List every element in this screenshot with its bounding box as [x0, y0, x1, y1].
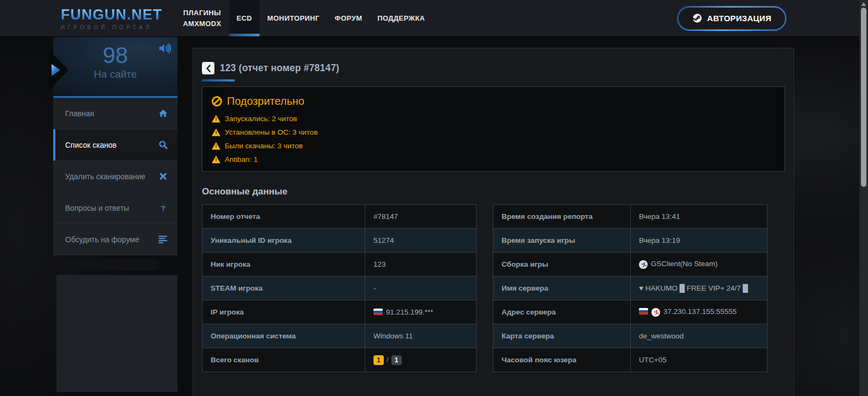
- badge-separator: /: [387, 356, 389, 364]
- volume-icon[interactable]: [158, 42, 171, 54]
- warning-line: Antiban: 1: [212, 155, 775, 164]
- nav-item-plugins-amxmodx[interactable]: ПЛАГИНЫAMXMODX: [175, 0, 229, 36]
- chevron-left-icon: [206, 65, 211, 72]
- nav-item-label: AMXMODX: [183, 18, 221, 29]
- section-title: Основные данные: [202, 186, 785, 197]
- sidebar-item-delete-scan[interactable]: Удалить сканирование: [53, 161, 178, 192]
- sidebar-item-label: Список сканов: [65, 141, 117, 149]
- scroll-up-arrow-icon[interactable]: [861, 2, 866, 6]
- player-data-table: Номер отчета#78147Уникальный ID игрока51…: [202, 204, 477, 372]
- sidebar-item-home[interactable]: Главная: [53, 98, 178, 129]
- site-logo[interactable]: FUNGUN.NET ИГРОВОЙ ПОРТАЛ: [61, 0, 162, 36]
- nav-item-monitoring[interactable]: МОНИТОРИНГ: [259, 0, 327, 36]
- row-value: Вчера 13:41: [631, 205, 768, 229]
- table-row: Время создания репортаВчера 13:41: [493, 205, 768, 229]
- page-title: 123 (отчет номер #78147): [220, 62, 339, 74]
- nav-item-ecd[interactable]: ECD: [229, 0, 260, 36]
- verdict-title-row: Подозрительно: [212, 95, 775, 108]
- row-value: UTC+05: [631, 348, 768, 372]
- warning-line: Запускались: 2 читов: [212, 114, 775, 123]
- table-row: Часовой пояс юзераUTC+05: [493, 348, 768, 372]
- row-label: IP игрока: [202, 300, 365, 324]
- top-header: FUNGUN.NET ИГРОВОЙ ПОРТАЛ ПЛАГИНЫAMXMODX…: [0, 0, 868, 36]
- sidebar-item-label: Удалить сканирование: [65, 172, 145, 181]
- row-label: Номер отчета: [202, 205, 365, 229]
- back-button[interactable]: [202, 62, 214, 74]
- sidebar-filler: [56, 275, 178, 392]
- logo-subtitle: ИГРОВОЙ ПОРТАЛ: [61, 24, 162, 30]
- russia-flag-icon: [373, 309, 383, 315]
- table-row: IP игрока91.215.199.***: [202, 300, 477, 324]
- sidebar-item-label: Вопросы и ответы: [65, 204, 129, 212]
- row-value: 37.230.137.155:55555: [631, 300, 768, 324]
- table-row: STEAM игрока-: [202, 276, 477, 300]
- warning-text: Antiban: 1: [225, 155, 258, 164]
- steam-icon: [692, 13, 702, 23]
- sidebar: 98 На сайте ГлавнаяСписок скановУдалить …: [53, 37, 178, 392]
- row-label: Время создания репорта: [493, 205, 631, 229]
- scrollbar[interactable]: [859, 0, 868, 396]
- server-data-table: Время создания репортаВчера 13:41Время з…: [493, 204, 768, 372]
- row-label: Операционная система: [202, 324, 365, 348]
- question-icon: ?: [158, 203, 168, 213]
- arrow-triangle-icon: [52, 64, 60, 76]
- warning-text: Установлены в ОС: 3 читов: [225, 128, 318, 136]
- report-panel: 123 (отчет номер #78147) Подозрительно З…: [193, 48, 794, 396]
- row-value: Вчера 13:19: [631, 229, 768, 253]
- nav-item-support[interactable]: ПОДДЕРЖКА: [370, 0, 433, 36]
- warning-text: Запускались: 2 читов: [225, 115, 297, 123]
- warning-triangle-icon: [212, 156, 220, 164]
- sidebar-item-scan-list[interactable]: Список сканов: [53, 129, 178, 161]
- row-label: Уникальный ID игрока: [202, 229, 365, 253]
- row-value: 123: [365, 253, 477, 276]
- home-icon: [158, 109, 168, 118]
- table-row: Уникальный ID игрока51274: [202, 229, 477, 253]
- online-label: На сайте: [53, 68, 178, 80]
- logo-title: FUNGUN.NET: [61, 7, 162, 23]
- close-icon: [158, 172, 168, 181]
- report-title-row: 123 (отчет номер #78147): [202, 62, 785, 74]
- row-value: 51274: [365, 229, 477, 253]
- sidebar-pill: [54, 259, 160, 271]
- title-underline: [202, 79, 235, 81]
- forum-icon: [158, 235, 168, 244]
- table-row: Имя сервера♥ HAKUMO █ FREE VIP+ 24/7 █: [493, 276, 768, 300]
- ban-circle-icon: [212, 96, 222, 106]
- online-counter: 98 На сайте: [53, 37, 178, 98]
- sidebar-menu: ГлавнаяСписок скановУдалить сканирование…: [53, 98, 178, 255]
- warning-triangle-icon: [212, 129, 220, 136]
- row-value: -: [365, 276, 477, 300]
- row-value: de_westwood: [631, 324, 768, 348]
- row-value: #78147: [365, 205, 477, 229]
- row-label: Сборка игры: [493, 253, 631, 276]
- russia-flag-icon: [639, 308, 648, 315]
- row-value: Windows 11: [365, 324, 477, 348]
- table-row: Карта сервераde_westwood: [493, 324, 768, 348]
- auth-button[interactable]: АВТОРИЗАЦИЯ: [677, 6, 787, 31]
- row-label: Адрес сервера: [493, 300, 631, 324]
- sidebar-item-label: Обсудить на форуме: [65, 235, 139, 244]
- row-label: Имя сервера: [493, 276, 631, 300]
- row-label: Часовой пояс юзера: [493, 348, 631, 372]
- search-icon: [158, 140, 168, 150]
- svg-text:?: ?: [161, 204, 165, 212]
- row-value: 1/1: [365, 348, 477, 372]
- table-row: Операционная системаWindows 11: [202, 324, 477, 348]
- sidebar-item-label: Главная: [65, 109, 94, 118]
- table-row: Адрес сервера37.230.137.155:55555: [493, 300, 768, 324]
- scan-total-badge: 1: [391, 355, 402, 365]
- warning-text: Были скачаны: 3 читов: [225, 142, 303, 150]
- nav-item-forum[interactable]: ФОРУМ: [327, 0, 370, 36]
- sidebar-item-faq[interactable]: Вопросы и ответы?: [53, 192, 178, 224]
- table-row: Всего сканов1/1: [202, 348, 477, 372]
- warning-line: Были скачаны: 3 читов: [212, 141, 775, 150]
- main-nav: ПЛАГИНЫAMXMODXECDМОНИТОРИНГФОРУМПОДДЕРЖК…: [175, 0, 433, 36]
- scrollbar-thumb[interactable]: [861, 8, 866, 187]
- row-value: GSClient(No Steam): [631, 253, 768, 276]
- table-row: Сборка игрыGSClient(No Steam): [493, 253, 768, 276]
- report-tables: Номер отчета#78147Уникальный ID игрока51…: [202, 204, 785, 372]
- warning-triangle-icon: [212, 142, 220, 150]
- row-label: STEAM игрока: [202, 276, 365, 300]
- table-row: Ник игрока123: [202, 253, 477, 276]
- sidebar-item-discuss-forum[interactable]: Обсудить на форуме: [53, 224, 178, 255]
